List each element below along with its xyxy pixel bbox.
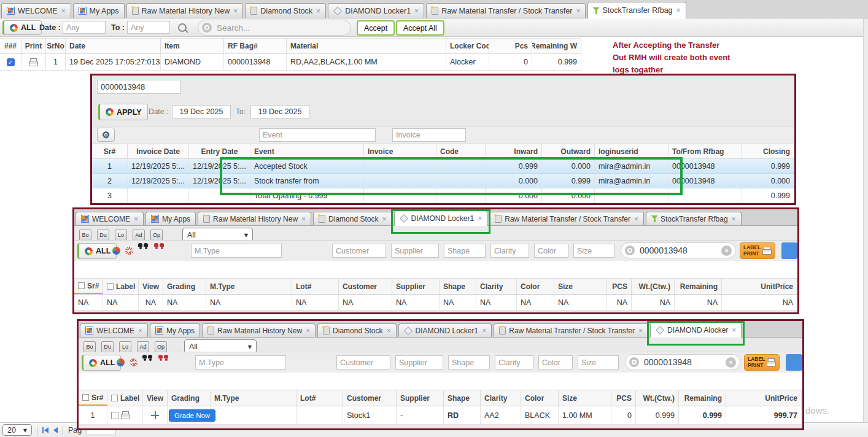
close-icon[interactable]: × — [233, 7, 238, 15]
scrollbar[interactable] — [863, 18, 868, 437]
printer-icon[interactable] — [29, 58, 38, 66]
table-row[interactable]: 3 Total Opening - 0.999 0.000 0.000 0.99… — [92, 188, 794, 203]
grade-now-button[interactable]: Grade Now — [169, 409, 215, 422]
stock-table-row[interactable]: 1 Grade Now Stock1 - RD AA2 BLACK 1.00 M… — [79, 406, 802, 425]
shape-filter-input[interactable] — [444, 244, 486, 258]
tab-diamond-locker1[interactable]: DIAMOND Locker1 × — [328, 3, 424, 18]
truncated-blue-button[interactable] — [786, 354, 802, 371]
mtype-filter-input[interactable] — [195, 355, 286, 369]
date-to-input[interactable] — [250, 105, 309, 118]
mtype-filter-input[interactable] — [191, 244, 282, 258]
close-icon[interactable]: × — [306, 327, 310, 335]
invoice-filter-input[interactable] — [392, 128, 466, 142]
search-input[interactable] — [215, 23, 347, 33]
page-size-select[interactable]: 20 ▾ — [2, 424, 32, 436]
close-icon[interactable]: × — [414, 7, 419, 15]
size-filter-input[interactable] — [578, 355, 619, 369]
stock-table-empty-row[interactable]: NANANANANANANANANANANANANANANANA — [74, 295, 797, 311]
supplier-filter-input[interactable] — [395, 355, 443, 369]
pie-chart-icon[interactable] — [112, 247, 120, 255]
quick-button-ad[interactable]: Ad — [137, 341, 149, 352]
label-print-button[interactable]: LABELPRINT — [744, 354, 780, 371]
accept-all-button[interactable]: Accept All — [396, 20, 444, 36]
apply-button[interactable]: APPLY — [98, 104, 148, 120]
row-checkbox-cell[interactable] — [0, 54, 21, 70]
settings-button[interactable]: ⚙ — [97, 128, 115, 142]
tab-raw-material-history-new[interactable]: Raw Material History New × — [198, 212, 311, 225]
view-cell[interactable] — [143, 406, 168, 424]
move-icon[interactable] — [151, 411, 159, 419]
quick-button-lo[interactable]: Lo — [115, 230, 127, 241]
tab-my-apps[interactable]: My Apps — [150, 323, 200, 337]
printer-icon[interactable] — [121, 411, 130, 419]
close-icon[interactable]: × — [301, 215, 306, 223]
close-icon[interactable]: × — [732, 326, 736, 335]
supplier-filter-input[interactable] — [391, 244, 439, 258]
customer-filter-input[interactable] — [332, 244, 386, 258]
close-icon[interactable]: × — [676, 6, 681, 15]
pie-chart-icon[interactable] — [117, 358, 125, 366]
tab-my-apps[interactable]: My Apps — [73, 3, 125, 18]
close-icon[interactable]: × — [138, 327, 142, 335]
tab-my-apps[interactable]: My Apps — [145, 212, 196, 225]
event-filter-input[interactable] — [259, 128, 376, 142]
close-icon[interactable]: × — [382, 215, 386, 223]
close-icon[interactable]: × — [134, 215, 138, 223]
prev-page-icon[interactable] — [53, 427, 58, 433]
all-filter-button[interactable]: ALL — [2, 20, 42, 35]
quick-button-ad[interactable]: Ad — [133, 230, 145, 241]
close-icon[interactable]: × — [482, 327, 486, 335]
print-cell[interactable] — [21, 54, 46, 70]
tab-diamond-locker1[interactable]: DIAMOND Locker1 × — [398, 323, 492, 337]
rfbag-search-input[interactable] — [643, 357, 722, 368]
checked-checkbox[interactable] — [7, 58, 15, 66]
tab-diamond-stock[interactable]: Diamond Stock × — [313, 212, 392, 225]
tab-raw-material-transfer[interactable]: Raw Material Transfer / Stock Transfer × — [494, 323, 648, 337]
color-filter-input[interactable] — [534, 244, 568, 258]
rfbag-filter-input[interactable] — [97, 80, 180, 94]
quick-button-bo[interactable]: Bo — [83, 341, 96, 352]
quick-button-bo[interactable]: Bo — [79, 230, 91, 241]
rfbag-search-input[interactable] — [638, 245, 718, 256]
rfbag-search-box[interactable]: × — [621, 242, 736, 258]
label-print-button[interactable]: LABELPRINT — [740, 242, 775, 259]
table-row[interactable]: 1 12/19/2025 5:... 12/19/2025 5:... Acce… — [92, 159, 794, 174]
size-filter-input[interactable] — [573, 244, 614, 258]
search-box[interactable] — [198, 20, 351, 36]
close-icon[interactable]: × — [61, 7, 66, 15]
quick-button-du[interactable]: Du — [101, 341, 114, 352]
clear-icon[interactable]: × — [726, 357, 736, 368]
tab-raw-material-history-new[interactable]: Raw Material History New × — [202, 323, 316, 337]
burst-icon[interactable] — [125, 247, 133, 255]
label-cell[interactable] — [107, 406, 143, 424]
date-from-input[interactable] — [172, 105, 231, 118]
clear-icon[interactable]: × — [721, 246, 732, 256]
date-to-input[interactable] — [127, 21, 170, 34]
tab-welcome[interactable]: WELCOME × — [1, 3, 71, 18]
close-icon[interactable]: × — [634, 215, 638, 223]
search-icon[interactable] — [178, 23, 187, 32]
table-row[interactable]: 2 12/19/2025 5:... 12/19/2025 5:... Stoc… — [92, 174, 794, 188]
clarity-filter-input[interactable] — [495, 355, 533, 369]
all-filter-button[interactable]: ALL — [82, 355, 121, 371]
tab-raw-material-history-new[interactable]: Raw Material History New × — [126, 3, 244, 18]
close-icon[interactable]: × — [386, 327, 390, 335]
unchecked-checkbox[interactable] — [111, 412, 118, 419]
close-icon[interactable]: × — [576, 7, 580, 15]
clarity-filter-input[interactable] — [490, 244, 529, 258]
quick-button-du[interactable]: Du — [97, 230, 109, 241]
close-icon[interactable]: × — [638, 327, 643, 335]
tab-raw-material-transfer[interactable]: Raw Material Transfer / Stock Transfer × — [426, 3, 586, 18]
transfer-table-row[interactable]: 1 19 Dec 2025 17:05:27:013 DIAMOND 00000… — [0, 54, 581, 71]
tab-raw-material-transfer[interactable]: Raw Material Transfer / Stock Transfer × — [489, 212, 644, 225]
burst-icon[interactable] — [130, 358, 138, 366]
date-from-input[interactable] — [63, 21, 106, 34]
first-page-button[interactable] — [42, 427, 48, 433]
shape-filter-input[interactable] — [448, 355, 490, 369]
tab-stocktransfer-rfbag[interactable]: StockTransfer Rfbag × — [587, 2, 686, 18]
tab-welcome[interactable]: WELCOME × — [80, 323, 148, 337]
tab-diamond-stock[interactable]: Diamond Stock × — [317, 323, 396, 337]
tab-diamond-alocker[interactable]: DIAMOND Alocker × — [650, 322, 742, 338]
tab-welcome[interactable]: WELCOME × — [76, 212, 144, 225]
truncated-blue-button[interactable] — [781, 242, 797, 259]
